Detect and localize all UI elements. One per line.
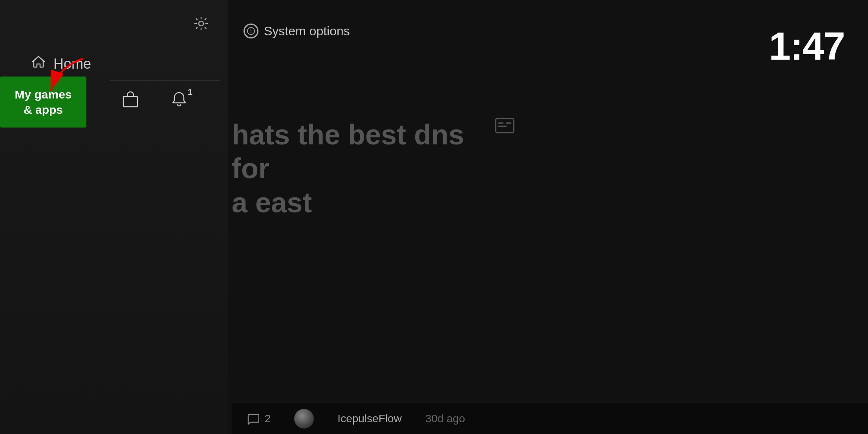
caption-icon bbox=[495, 118, 515, 137]
system-options-bar[interactable]: System options bbox=[244, 24, 350, 38]
username: IcepulseFlow bbox=[337, 412, 401, 425]
store-button[interactable] bbox=[122, 90, 139, 108]
svg-rect-8 bbox=[123, 97, 137, 107]
my-games-apps-label: My games& apps bbox=[15, 87, 71, 117]
main-question-container: hats the best dns for a east bbox=[232, 118, 507, 219]
svg-rect-5 bbox=[498, 126, 507, 127]
gear-button[interactable] bbox=[190, 13, 212, 35]
system-options-label: System options bbox=[264, 24, 350, 38]
svg-rect-6 bbox=[506, 122, 511, 124]
bottom-bar: 2 IcepulseFlow 30d ago bbox=[232, 403, 868, 434]
main-question-line1: hats the best dns for bbox=[232, 118, 507, 186]
home-icon bbox=[31, 55, 46, 73]
notification-button[interactable]: 1 bbox=[170, 90, 188, 108]
my-games-apps-button[interactable]: My games& apps bbox=[0, 77, 86, 128]
main-question-line2: a east bbox=[232, 186, 507, 219]
icon-row: 1 bbox=[110, 82, 228, 115]
sidebar-top bbox=[16, 0, 228, 47]
system-options-icon bbox=[244, 24, 258, 38]
sidebar-divider bbox=[110, 80, 220, 81]
post-time: 30d ago bbox=[425, 412, 465, 425]
comment-count: 2 bbox=[247, 412, 271, 425]
svg-point-7 bbox=[199, 21, 203, 26]
svg-point-2 bbox=[251, 32, 251, 33]
home-item[interactable]: Home bbox=[16, 47, 228, 80]
user-avatar bbox=[294, 409, 314, 429]
home-label: Home bbox=[53, 56, 91, 72]
clock: 1:47 bbox=[769, 24, 844, 69]
svg-rect-4 bbox=[498, 122, 504, 124]
sidebar: Home 1 bbox=[16, 0, 228, 434]
notification-badge: 1 bbox=[188, 87, 192, 97]
